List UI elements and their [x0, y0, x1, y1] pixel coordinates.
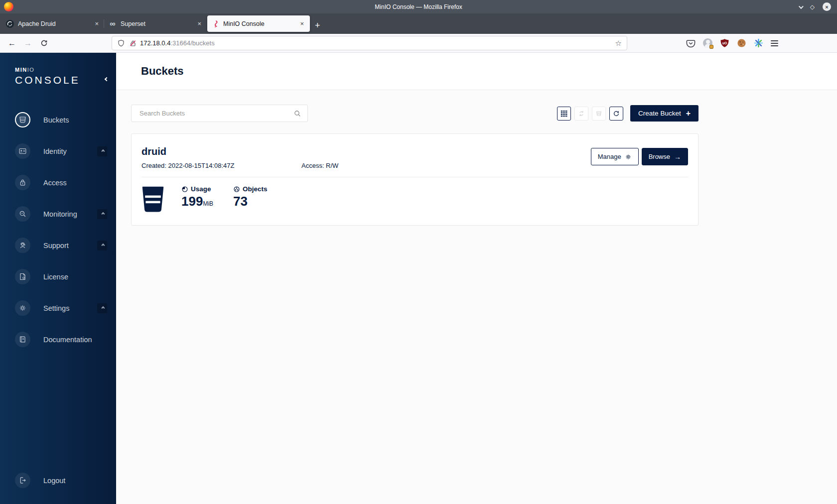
lock-icon — [15, 175, 30, 190]
objects-stat: Objects 73 — [233, 185, 268, 212]
license-document-icon — [15, 269, 30, 284]
sidebar-item-label: Logout — [43, 477, 65, 485]
sidebar-item-identity[interactable]: Identity — [0, 135, 116, 167]
sidebar-item-support[interactable]: Support — [0, 230, 116, 261]
bucket-icon — [15, 112, 30, 127]
sidebar-collapse-icon[interactable] — [105, 74, 108, 83]
sidebar-item-label: Identity — [43, 147, 67, 155]
svg-text:uO: uO — [722, 41, 727, 45]
bucket-name[interactable]: druid — [141, 146, 338, 157]
url-bar[interactable]: 172.18.0.4:31664/buckets ☆ — [112, 36, 627, 50]
druid-favicon-icon — [6, 20, 14, 28]
sidebar-item-buckets[interactable]: Buckets — [0, 104, 116, 135]
chevron-up-icon[interactable] — [97, 241, 107, 251]
sidebar-item-label: Settings — [43, 304, 69, 312]
tab-label: Apache Druid — [18, 20, 93, 27]
window-close-button[interactable]: × — [823, 2, 831, 11]
chevron-up-icon[interactable] — [97, 303, 107, 313]
monitoring-search-icon — [15, 206, 30, 222]
objects-value: 73 — [233, 194, 268, 209]
sidebar-item-settings[interactable]: Settings — [0, 292, 116, 324]
tab-apache-druid[interactable]: Apache Druid × — [2, 15, 105, 32]
support-headset-icon — [15, 238, 30, 253]
bookmark-star-icon[interactable]: ☆ — [615, 39, 622, 48]
bucket-created-label: Created: 2022-08-15T14:08:47Z — [141, 162, 301, 169]
tab-label: MinIO Console — [223, 20, 298, 27]
minio-flamingo-favicon-icon — [211, 20, 219, 28]
sidebar-item-documentation[interactable]: Documentation — [0, 324, 116, 355]
new-tab-button[interactable]: + — [315, 21, 320, 30]
objects-label: Objects — [243, 185, 268, 193]
usage-pie-icon — [181, 186, 188, 193]
chevron-up-icon[interactable] — [97, 146, 107, 156]
sidebar-item-label: Documentation — [43, 336, 92, 344]
sidebar-item-access[interactable]: Access — [0, 167, 116, 198]
objects-icon — [233, 186, 240, 193]
window-title: MinIO Console — Mozilla Firefox — [0, 3, 837, 10]
chevron-up-icon[interactable] — [97, 209, 107, 219]
url-text[interactable]: 172.18.0.4:31664/buckets — [140, 39, 615, 47]
asterisk-extension-icon[interactable] — [754, 38, 763, 48]
main-content: Buckets — [116, 53, 837, 504]
bucket-large-icon — [141, 186, 164, 212]
tab-close-icon[interactable]: × — [93, 19, 101, 28]
hamburger-menu-icon[interactable] — [771, 40, 778, 46]
sidebar-item-logout[interactable]: Logout — [0, 465, 116, 496]
ublock-icon[interactable]: uO — [720, 38, 729, 48]
minio-console-logo: MINIO CONSOLE — [0, 53, 116, 86]
delete-buckets-button[interactable] — [592, 107, 606, 121]
usage-stat: Usage 199MiB — [181, 185, 213, 212]
profile-extension-icon[interactable] — [703, 38, 712, 48]
refresh-button[interactable] — [609, 107, 623, 121]
book-icon — [15, 332, 30, 347]
page-header: Buckets — [116, 53, 837, 90]
sidebar: MINIO CONSOLE Buckets Identity — [0, 53, 116, 504]
create-bucket-button[interactable]: Create Bucket + — [630, 105, 698, 122]
tab-label: Superset — [121, 20, 195, 27]
url-host: 172.18.0.4 — [140, 39, 170, 47]
url-path: :31664/buckets — [170, 39, 214, 47]
gear-icon — [625, 153, 632, 160]
arrow-right-icon: → — [674, 153, 681, 161]
window-titlebar: MinIO Console — Mozilla Firefox ◇ × — [0, 0, 837, 13]
usage-unit: MiB — [203, 200, 213, 207]
cookie-extension-icon[interactable] — [737, 38, 746, 48]
tab-bar: Apache Druid × ∞ Superset × MinIO Consol… — [0, 13, 837, 34]
sidebar-item-monitoring[interactable]: Monitoring — [0, 198, 116, 230]
logout-icon — [15, 473, 30, 488]
grid-view-button[interactable] — [557, 107, 571, 121]
bucket-card-druid: druid Created: 2022-08-15T14:08:47Z Acce… — [131, 133, 698, 226]
back-button[interactable]: ← — [5, 36, 19, 50]
window-maximize-button[interactable]: ◇ — [810, 4, 815, 10]
tab-close-icon[interactable]: × — [298, 19, 306, 28]
insecure-lock-icon[interactable] — [129, 39, 137, 47]
tab-minio-console[interactable]: MinIO Console × — [207, 15, 310, 32]
page-title: Buckets — [141, 65, 184, 78]
browser-toolbar: ← → 172.18.0.4:31664/buckets ☆ uO — [0, 34, 837, 53]
sidebar-item-label: Monitoring — [43, 210, 77, 218]
firefox-icon — [4, 2, 13, 11]
sidebar-item-label: Access — [43, 179, 67, 187]
tab-close-icon[interactable]: × — [195, 19, 203, 28]
bucket-access-label: Access: R/W — [301, 162, 338, 169]
search-buckets-box[interactable] — [131, 105, 308, 122]
tab-superset[interactable]: ∞ Superset × — [105, 15, 207, 32]
search-buckets-input[interactable] — [140, 110, 293, 117]
sidebar-item-label: Buckets — [43, 116, 69, 124]
superset-favicon-icon: ∞ — [109, 20, 117, 28]
shield-icon[interactable] — [117, 39, 125, 47]
browse-button[interactable]: Browse → — [642, 148, 688, 165]
select-multiple-button[interactable] — [574, 107, 588, 121]
gear-icon — [15, 300, 30, 316]
usage-label: Usage — [191, 185, 211, 193]
manage-button[interactable]: Manage — [591, 148, 639, 165]
window-minimize-button[interactable] — [799, 3, 802, 10]
search-icon — [293, 110, 301, 118]
reload-button[interactable] — [37, 36, 51, 50]
pocket-icon[interactable] — [686, 38, 696, 48]
identity-card-icon — [15, 143, 30, 159]
sidebar-item-license[interactable]: License — [0, 261, 116, 292]
plus-icon: + — [686, 110, 691, 118]
forward-button[interactable]: → — [21, 36, 35, 50]
sidebar-item-label: Support — [43, 242, 69, 250]
